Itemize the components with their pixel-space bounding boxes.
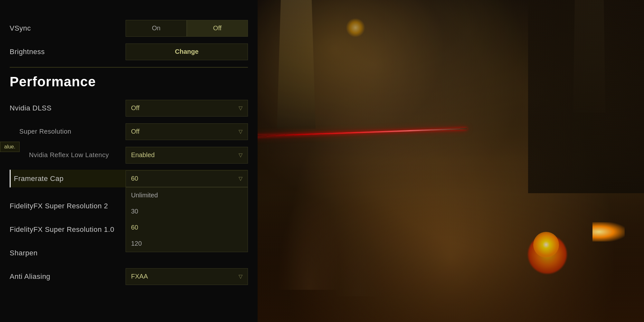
- vsync-label: VSync: [10, 24, 31, 33]
- framerate-cap-row: Framerate Cap 60 ▽ Unlimited 30 60 120: [10, 170, 248, 187]
- super-resolution-arrow-icon: ▽: [239, 128, 242, 135]
- tooltip-text: alue.: [4, 144, 15, 149]
- panel-blend-overlay: [258, 0, 644, 322]
- framerate-cap-dropdown-list: Unlimited 30 60 120: [126, 187, 248, 252]
- nvidia-dlss-label: Nvidia DLSS: [10, 104, 52, 112]
- settings-panel: VSync On Off Brightness Change Performan…: [0, 0, 258, 322]
- anti-aliasing-label: Anti Aliasing: [10, 272, 50, 281]
- framerate-cap-arrow-icon: ▽: [239, 175, 242, 182]
- nvidia-dlss-arrow-icon: ▽: [239, 105, 242, 111]
- nvidia-reflex-label: Nvidia Reflex Low Latency: [10, 151, 109, 159]
- vsync-on-button[interactable]: On: [126, 20, 187, 37]
- anti-aliasing-arrow-icon: ▽: [239, 273, 242, 279]
- framerate-cap-value: 60: [131, 175, 138, 182]
- nvidia-dlss-row: Nvidia DLSS Off ▽: [10, 99, 248, 117]
- nvidia-reflex-value: Enabled: [131, 151, 155, 159]
- anti-aliasing-value: FXAA: [131, 273, 148, 280]
- vsync-off-button[interactable]: Off: [187, 20, 248, 37]
- super-resolution-dropdown[interactable]: Off ▽: [126, 123, 248, 140]
- framerate-cap-dropdown[interactable]: 60 ▽: [126, 170, 248, 187]
- brightness-label: Brightness: [10, 48, 45, 56]
- super-resolution-label: Super Resolution: [10, 128, 71, 135]
- performance-section-title: Performance: [10, 74, 248, 90]
- nvidia-reflex-arrow-icon: ▽: [239, 152, 242, 158]
- framerate-option-30[interactable]: 30: [126, 204, 248, 220]
- nvidia-reflex-row: Nvidia Reflex Low Latency Enabled ▽: [10, 146, 248, 164]
- vsync-toggle-group: On Off: [126, 20, 248, 37]
- vsync-row: VSync On Off: [10, 19, 248, 37]
- framerate-option-unlimited[interactable]: Unlimited: [126, 187, 248, 204]
- nvidia-reflex-dropdown[interactable]: Enabled ▽: [126, 147, 248, 164]
- nvidia-dlss-value: Off: [131, 104, 139, 112]
- game-background: [258, 0, 644, 322]
- super-resolution-value: Off: [131, 128, 139, 135]
- fsr1-label: FidelityFX Super Resolution 1.0: [10, 225, 114, 234]
- anti-aliasing-dropdown[interactable]: FXAA ▽: [126, 268, 248, 285]
- nvidia-dlss-dropdown[interactable]: Off ▽: [126, 100, 248, 117]
- section-divider: [10, 67, 248, 68]
- framerate-option-60[interactable]: 60: [126, 220, 248, 236]
- brightness-change-button[interactable]: Change: [126, 43, 248, 60]
- game-preview-panel: [258, 0, 644, 322]
- tooltip-box: alue.: [0, 142, 20, 152]
- brightness-row: Brightness Change: [10, 43, 248, 61]
- sharpen-label: Sharpen: [10, 249, 38, 257]
- anti-aliasing-row: Anti Aliasing FXAA ▽: [10, 268, 248, 285]
- super-resolution-row: Super Resolution Off ▽: [10, 123, 248, 140]
- fsr2-label: FidelityFX Super Resolution 2: [10, 202, 108, 210]
- framerate-cap-label: Framerate Cap: [14, 175, 63, 183]
- framerate-option-120[interactable]: 120: [126, 236, 248, 252]
- framerate-cap-dropdown-container: 60 ▽ Unlimited 30 60 120: [126, 170, 248, 187]
